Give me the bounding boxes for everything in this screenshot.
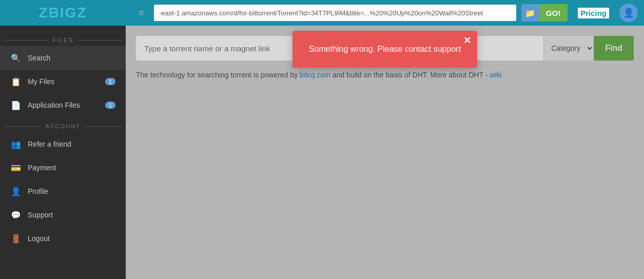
- files-section-label: FILES: [0, 37, 126, 43]
- profile-icon: 👤: [10, 186, 22, 197]
- payment-icon: 💳: [10, 162, 22, 173]
- sidebar-item-profile[interactable]: 👤 Profile: [0, 180, 126, 203]
- logout-icon: 🚪: [10, 233, 22, 244]
- sidebar-item-support[interactable]: 💬 Support: [0, 203, 126, 227]
- refer-icon: 👥: [10, 138, 22, 150]
- my-files-badge: 1: [105, 78, 115, 85]
- navbar: ZBIGZ ≡ 📁 GO! Pricing 👤: [0, 0, 644, 26]
- close-icon: ✕: [463, 35, 471, 46]
- sidebar-item-application-files-label: Application Files: [28, 101, 80, 109]
- go-button[interactable]: GO!: [539, 4, 568, 22]
- sidebar: FILES 🔍 Search 📋 My Files 1 📄 Applicatio…: [0, 26, 126, 279]
- pricing-link[interactable]: Pricing: [578, 8, 609, 18]
- sidebar-item-profile-label: Profile: [28, 187, 48, 195]
- application-files-icon: 📄: [10, 99, 22, 111]
- avatar-icon: 👤: [623, 7, 634, 18]
- menu-button[interactable]: ≡: [131, 8, 151, 18]
- sidebar-item-refer[interactable]: 👥 Refer a friend: [0, 132, 126, 156]
- sidebar-item-payment-label: Payment: [28, 164, 56, 172]
- search-icon: 🔍: [10, 52, 22, 64]
- logo-text: ZBIGZ: [39, 5, 87, 21]
- main-layout: FILES 🔍 Search 📋 My Files 1 📄 Applicatio…: [0, 26, 644, 279]
- sidebar-item-support-label: Support: [28, 211, 53, 219]
- files-icon: 📋: [10, 76, 22, 87]
- sidebar-item-payment[interactable]: 💳 Payment: [0, 156, 126, 180]
- error-modal: ✕ Something wrong. Please contact suppor…: [292, 31, 477, 68]
- sidebar-item-refer-label: Refer a friend: [28, 140, 71, 148]
- sidebar-item-search[interactable]: 🔍 Search: [0, 46, 126, 70]
- content-area: Category All Movies Music Software Games…: [126, 26, 644, 279]
- torrent-input-area: 📁 GO!: [521, 4, 568, 22]
- hamburger-icon: ≡: [139, 8, 144, 18]
- error-modal-message: Something wrong. Please contact support: [307, 43, 463, 55]
- sidebar-item-logout[interactable]: 🚪 Logout: [0, 227, 126, 250]
- sidebar-item-search-label: Search: [28, 54, 50, 62]
- sidebar-item-application-files[interactable]: 📄 Application Files 1: [0, 93, 126, 117]
- sidebar-item-logout-label: Logout: [28, 234, 50, 243]
- account-section-label: ACCOUNT: [0, 123, 126, 129]
- sidebar-item-my-files[interactable]: 📋 My Files 1: [0, 70, 126, 93]
- application-files-badge: 1: [105, 102, 115, 109]
- folder-icon: 📁: [525, 8, 535, 18]
- avatar[interactable]: 👤: [619, 4, 638, 22]
- modal-overlay: ✕ Something wrong. Please contact suppor…: [126, 26, 644, 279]
- url-bar[interactable]: [154, 5, 516, 21]
- file-button[interactable]: 📁: [521, 4, 539, 22]
- error-modal-close-button[interactable]: ✕: [463, 35, 471, 46]
- sidebar-item-my-files-label: My Files: [28, 77, 54, 86]
- support-icon: 💬: [10, 209, 22, 221]
- app-logo[interactable]: ZBIGZ: [0, 0, 126, 26]
